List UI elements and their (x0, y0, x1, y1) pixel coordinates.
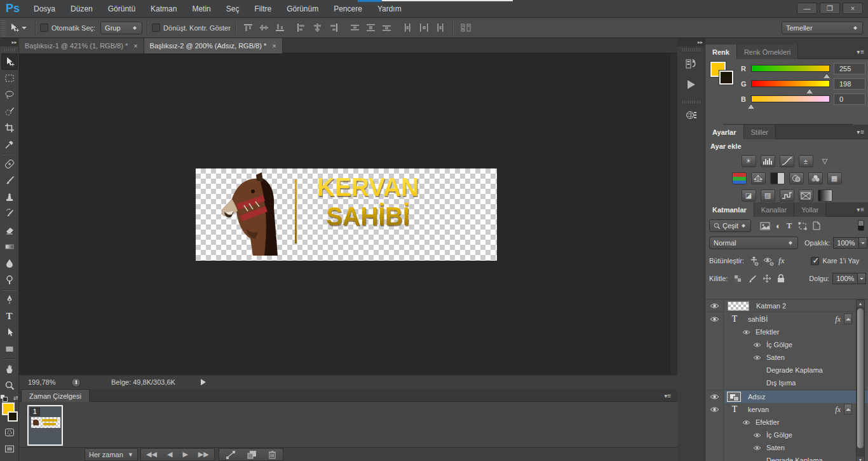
layer-name[interactable]: Katman 2 (756, 302, 786, 310)
play-button[interactable]: ▶ (182, 450, 187, 458)
posterize-icon[interactable]: ▨ (761, 189, 775, 202)
blend-mode-dropdown[interactable]: Normal (709, 237, 798, 249)
menu-sec[interactable]: Seç (219, 0, 247, 18)
green-channel-slider[interactable] (751, 80, 830, 87)
auto-select-target-dropdown[interactable]: Grup (100, 22, 142, 34)
first-frame-button[interactable]: ◀◀ (146, 450, 157, 458)
effects-label[interactable]: Efektler (756, 418, 779, 426)
eyedropper-tool[interactable] (1, 136, 18, 153)
quick-mask-mode-button[interactable] (1, 424, 18, 441)
threshold-icon[interactable] (780, 189, 794, 202)
distribute-bottom-edges-icon[interactable] (382, 24, 391, 32)
default-colors-icon[interactable] (1, 395, 7, 401)
blue-slider-thumb[interactable] (748, 101, 754, 109)
layer-thumbnail[interactable] (728, 301, 749, 311)
crop-tool[interactable] (1, 120, 18, 136)
document-tab-2[interactable]: Başlıksız-2 @ 200% (Adsız, RGB/8) * × (144, 38, 283, 53)
distribute-right-edges-icon[interactable] (435, 24, 445, 32)
layer-name[interactable]: Adsız (748, 393, 766, 401)
swap-colors-icon[interactable]: ⇄ (13, 395, 18, 401)
blur-tool[interactable] (1, 255, 18, 272)
type-layer-thumbnail[interactable]: T (728, 314, 741, 324)
visibility-toggle[interactable] (705, 313, 724, 326)
unify-style-icon[interactable]: fx (778, 256, 784, 266)
timeline-tab[interactable]: Zaman Çizelgesi (21, 389, 90, 402)
filter-smart-objects-icon[interactable] (813, 221, 820, 230)
timeline-panel-menu-icon[interactable]: ▾≡ (664, 392, 671, 399)
distribute-horizontal-centers-icon[interactable] (419, 24, 429, 32)
clone-stamp-tool[interactable] (1, 189, 18, 205)
effect-row-saten[interactable]: Saten (705, 441, 868, 454)
filter-pixel-layers-icon[interactable] (760, 222, 770, 230)
restore-button[interactable]: ❐ (820, 3, 840, 14)
hand-tool[interactable] (1, 361, 18, 377)
align-vertical-centers-icon[interactable] (259, 24, 269, 32)
collapse-effects-button[interactable] (844, 313, 852, 324)
tab-stiller[interactable]: Stiller (744, 125, 776, 139)
show-transform-controls-checkbox[interactable] (152, 24, 160, 32)
align-horizontal-centers-icon[interactable] (313, 24, 322, 32)
hue-saturation-icon[interactable] (732, 172, 747, 184)
effects-label[interactable]: Efektler (756, 328, 779, 336)
layer-filtering-toggle[interactable] (858, 220, 864, 231)
visibility-toggle[interactable] (705, 390, 724, 403)
history-panel-button[interactable] (681, 55, 702, 74)
expand-dock-icon[interactable]: ▸▸ (677, 38, 705, 46)
menu-goruntu[interactable]: Görüntü (100, 0, 143, 18)
opacity-dropdown-button[interactable] (859, 237, 867, 249)
eraser-tool[interactable] (1, 222, 18, 238)
filter-type-layers-icon[interactable]: T (787, 221, 792, 231)
current-tool-preset[interactable] (6, 23, 31, 33)
menu-pencere[interactable]: Pencere (326, 0, 370, 18)
animation-frame-1[interactable]: 1 (27, 405, 63, 446)
filter-adjustment-layers-icon[interactable]: ◐ (776, 221, 781, 231)
visibility-toggle[interactable] (705, 403, 724, 416)
opacity-value[interactable]: 100% (833, 237, 858, 249)
effect-name[interactable]: Degrade Kaplama (766, 457, 823, 461)
vibrance-icon[interactable]: ▽ (818, 155, 832, 167)
eye-icon[interactable] (753, 432, 761, 438)
tab-renk[interactable]: Renk (705, 45, 737, 59)
layer-name[interactable]: kervan (748, 406, 769, 413)
align-bottom-edges-icon[interactable] (275, 24, 285, 32)
brush-tool[interactable] (1, 172, 18, 189)
color-balance-icon[interactable] (751, 172, 766, 184)
eye-icon[interactable] (742, 329, 750, 335)
effect-name[interactable]: İç Gölge (766, 341, 792, 348)
menu-yardim[interactable]: Yardım (370, 0, 409, 18)
layer-row-sahibi[interactable]: T sahİBİ fx (705, 313, 868, 326)
effect-name[interactable]: Dış Işıma (766, 379, 796, 387)
minimize-button[interactable]: — (797, 3, 817, 14)
layer-name[interactable]: sahİBİ (748, 315, 768, 323)
levels-icon[interactable] (761, 155, 775, 167)
loop-mode-dropdown[interactable]: Her zaman ▼ (85, 448, 138, 461)
zoom-level-field[interactable]: 199,78% (28, 378, 65, 386)
menu-filtre[interactable]: Filtre (247, 0, 279, 18)
previous-frame-button[interactable]: ◀ (167, 450, 172, 458)
document-tab-1[interactable]: Başlıksız-1 @ 421% (1, RGB/8) * × (19, 38, 144, 53)
distribute-top-edges-icon[interactable] (350, 24, 360, 32)
close-tab-icon[interactable]: × (133, 42, 137, 50)
zoom-tool[interactable] (1, 377, 18, 394)
effect-name[interactable]: İç Gölge (766, 431, 792, 439)
lock-position-icon[interactable] (763, 274, 771, 283)
auto-align-layers-icon[interactable] (461, 24, 471, 32)
screen-mode-button[interactable] (1, 441, 18, 457)
exposure-icon[interactable]: ± (799, 155, 813, 167)
curves-icon[interactable] (780, 155, 794, 167)
distribute-left-edges-icon[interactable] (403, 24, 413, 32)
effects-header-row[interactable]: Efektler (705, 326, 868, 338)
tab-renk-ornekleri[interactable]: Renk Örnekleri (737, 45, 798, 59)
history-brush-tool[interactable] (1, 205, 18, 222)
background-color-swatch[interactable] (8, 411, 18, 422)
layers-scrollbar[interactable]: ▲ ▼ (856, 299, 865, 461)
lock-transparent-pixels-icon[interactable] (734, 275, 742, 283)
close-button[interactable]: × (843, 3, 863, 14)
eye-icon[interactable] (753, 342, 761, 348)
eye-icon[interactable] (753, 445, 761, 451)
next-frame-button[interactable]: ▶▶ (198, 450, 209, 458)
black-white-icon[interactable] (770, 172, 785, 184)
filter-shape-layers-icon[interactable] (798, 222, 807, 230)
type-tool[interactable]: T (1, 308, 18, 324)
layer-row-adsiz-selected[interactable]: Adsız (705, 390, 868, 403)
